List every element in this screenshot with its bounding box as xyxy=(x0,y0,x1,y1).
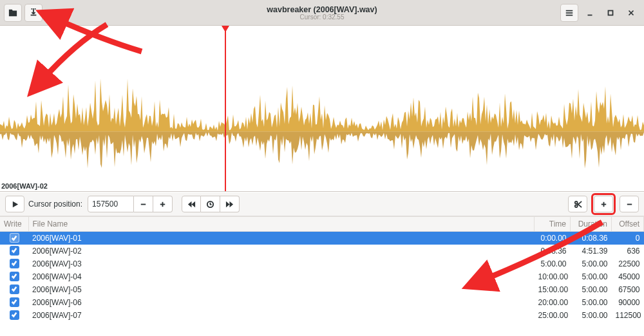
cell-time: 15:00.00 xyxy=(535,283,571,296)
cell-duration: 5:00.00 xyxy=(571,270,612,283)
add-split-button[interactable] xyxy=(594,196,613,212)
cursor-decrement-button[interactable] xyxy=(134,196,153,212)
svg-rect-1 xyxy=(141,203,146,205)
split-line[interactable] xyxy=(225,27,226,191)
col-offset[interactable]: Offset xyxy=(612,217,644,232)
rewind-icon xyxy=(187,200,196,209)
write-checkbox[interactable] xyxy=(10,297,19,307)
open-file-icon xyxy=(8,8,17,17)
col-duration[interactable]: Duration xyxy=(571,217,612,232)
cell-filename: 2006[WAV]-02 xyxy=(28,245,535,257)
cell-duration: 4:51.39 xyxy=(571,245,612,257)
fast-forward-icon xyxy=(225,200,234,209)
menu-button[interactable] xyxy=(560,4,578,22)
minus-icon xyxy=(625,200,634,209)
cursor-increment-button[interactable] xyxy=(153,196,173,212)
transport-toolbar: Cursor position: 157500 xyxy=(0,192,644,216)
cell-offset: 636 xyxy=(612,245,644,257)
close-button[interactable] xyxy=(622,4,640,22)
col-write[interactable]: Write xyxy=(0,217,28,232)
seek-reset-button[interactable] xyxy=(201,196,220,212)
minimize-button[interactable] xyxy=(581,4,599,22)
write-checkbox[interactable] xyxy=(10,246,19,256)
minus-icon xyxy=(139,200,147,209)
cell-filename: 2006[WAV]-04 xyxy=(28,270,535,283)
plus-icon xyxy=(158,200,167,209)
cell-duration: 5:00.00 xyxy=(571,296,612,309)
cell-offset: 90000 xyxy=(612,296,644,309)
cell-offset: 0 xyxy=(612,232,644,245)
svg-rect-3 xyxy=(162,201,164,206)
cursor-position-label: Cursor position: xyxy=(28,200,82,209)
save-split-button[interactable] xyxy=(24,4,43,22)
write-checkbox[interactable] xyxy=(10,259,19,268)
annotation-highlight-add xyxy=(591,193,616,215)
titlebar: wavbreaker (2006[WAV].wav) Cursor: 0:32.… xyxy=(0,0,644,26)
waveform-graphic-2 xyxy=(0,26,644,191)
cell-time: 10:00.00 xyxy=(535,270,571,283)
seek-back-button[interactable] xyxy=(182,196,201,212)
svg-rect-0 xyxy=(609,10,613,15)
col-filename[interactable]: File Name xyxy=(28,217,535,232)
cell-offset: 45000 xyxy=(612,270,644,283)
save-icon xyxy=(29,8,38,17)
cell-filename: 2006[WAV]-07 xyxy=(28,309,535,322)
maximize-icon xyxy=(606,8,615,17)
cell-filename: 2006[WAV]-01 xyxy=(28,232,535,245)
cell-offset: 67500 xyxy=(612,283,644,296)
cell-filename: 2006[WAV]-05 xyxy=(28,283,535,296)
table-row[interactable]: 2006[WAV]-020:08.364:51.39636 xyxy=(0,245,644,257)
hamburger-icon xyxy=(565,8,574,17)
cell-duration: 5:00.00 xyxy=(571,257,612,270)
cell-time: 25:00.00 xyxy=(535,309,571,322)
write-checkbox[interactable] xyxy=(10,285,19,294)
clock-icon xyxy=(206,200,214,209)
window-title: wavbreaker (2006[WAV].wav) xyxy=(0,5,644,14)
plus-icon xyxy=(600,200,608,209)
write-checkbox[interactable] xyxy=(10,272,19,281)
cut-button[interactable] xyxy=(568,196,587,212)
waveform-segment-label: 2006[WAV]-02 xyxy=(1,182,48,190)
cell-time: 20:00.00 xyxy=(535,296,571,309)
svg-rect-9 xyxy=(627,203,631,205)
seek-forward-button[interactable] xyxy=(220,196,240,212)
cell-time: 0:08.36 xyxy=(535,245,571,257)
play-button[interactable] xyxy=(5,196,24,212)
track-table: Write File Name Time Duration Offset 200… xyxy=(0,216,644,336)
cell-duration: 5:00.00 xyxy=(571,283,612,296)
window-subtitle: Cursor: 0:32.55 xyxy=(0,14,644,21)
cell-duration: 0:08.36 xyxy=(571,232,612,245)
maximize-button[interactable] xyxy=(601,4,620,22)
cursor-position-input[interactable]: 157500 xyxy=(88,196,134,212)
table-header-row: Write File Name Time Duration Offset xyxy=(0,217,644,232)
minimize-icon xyxy=(585,8,594,17)
svg-rect-8 xyxy=(603,201,604,206)
cell-offset: 112500 xyxy=(612,309,644,322)
svg-point-6 xyxy=(574,205,577,207)
cursor-spin: 157500 xyxy=(88,196,173,212)
cell-filename: 2006[WAV]-06 xyxy=(28,296,535,309)
cell-time: 5:00.00 xyxy=(535,257,571,270)
open-file-button[interactable] xyxy=(4,4,22,22)
cell-offset: 22500 xyxy=(612,257,644,270)
table-row[interactable]: 2006[WAV]-0620:00.005:00.0090000 xyxy=(0,296,644,309)
remove-split-button[interactable] xyxy=(620,196,639,212)
scissors-icon xyxy=(574,200,582,209)
write-checkbox[interactable] xyxy=(10,233,19,243)
close-icon xyxy=(627,8,636,17)
table-row[interactable]: 2006[WAV]-0410:00.005:00.0045000 xyxy=(0,270,644,283)
table-row[interactable]: 2006[WAV]-0515:00.005:00.0067500 xyxy=(0,283,644,296)
cell-time: 0:00.00 xyxy=(535,232,571,245)
table-row[interactable]: 2006[WAV]-010:00.000:08.360 xyxy=(0,232,644,245)
play-icon xyxy=(11,200,19,209)
cell-duration: 5:00.00 xyxy=(571,309,612,322)
cell-filename: 2006[WAV]-03 xyxy=(28,257,535,270)
write-checkbox[interactable] xyxy=(10,310,19,320)
table-row[interactable]: 2006[WAV]-0725:00.005:00.00112500 xyxy=(0,309,644,322)
col-time[interactable]: Time xyxy=(535,217,571,232)
table-row[interactable]: 2006[WAV]-035:00.005:00.0022500 xyxy=(0,257,644,270)
seek-group xyxy=(182,196,240,212)
svg-point-5 xyxy=(574,201,577,203)
waveform-view[interactable]: 2006[WAV]-02 xyxy=(0,26,644,192)
